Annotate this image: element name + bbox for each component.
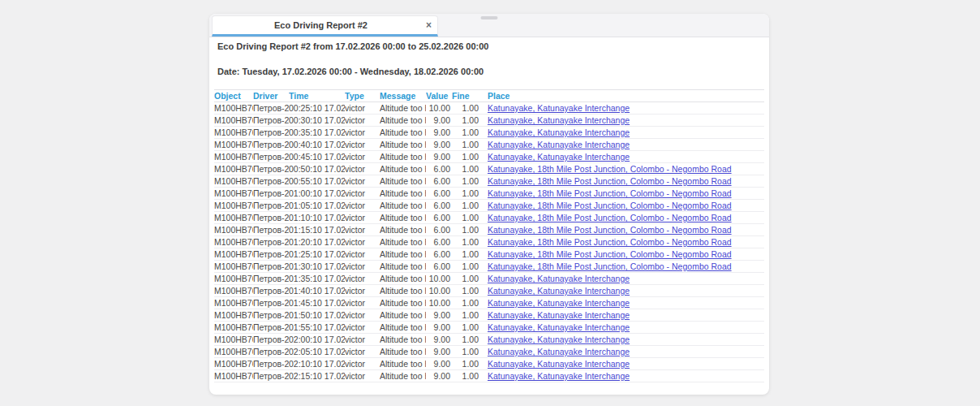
report-window: Eco Driving Report #2 × Eco Driving Repo…	[209, 14, 769, 395]
type-cell: victor	[345, 200, 380, 212]
table-row: M100HB761 Петров-2 01:55:10 17.02.2026 v…	[214, 322, 764, 334]
time-cell: 00:55:10 17.02.2026	[289, 175, 345, 188]
place-link[interactable]: Katunayake, Katunayake Interchange	[488, 286, 630, 296]
place-cell: Katunayake, 18th Mile Post Junction, Col…	[479, 200, 764, 212]
value-cell: 6.00	[426, 261, 452, 273]
driver-cell: Петров-2	[253, 273, 289, 285]
place-link[interactable]: Katunayake, Katunayake Interchange	[488, 103, 630, 113]
place-link[interactable]: Katunayake, Katunayake Interchange	[488, 274, 630, 283]
message-cell: Altitude too high	[380, 151, 426, 163]
fine-cell: 1.00	[452, 261, 479, 273]
place-link[interactable]: Katunayake, Katunayake Interchange	[488, 140, 630, 149]
fine-cell: 1.00	[452, 139, 479, 151]
col-header-place: Place	[479, 90, 764, 102]
time-cell: 00:50:10 17.02.2026	[289, 163, 345, 175]
fine-cell: 1.00	[452, 114, 479, 127]
close-icon[interactable]: ×	[426, 20, 432, 30]
fine-cell: 1.00	[452, 102, 479, 114]
message-cell: Altitude too high	[380, 261, 426, 273]
message-cell: Altitude too high	[380, 346, 426, 358]
value-cell: 9.00	[426, 139, 452, 151]
driver-cell: Петров-2	[253, 163, 289, 175]
place-link[interactable]: Katunayake, Katunayake Interchange	[488, 152, 630, 162]
col-header-driver: Driver	[253, 90, 289, 102]
driver-cell: Петров-2	[253, 309, 289, 322]
time-cell: 01:55:10 17.02.2026	[289, 322, 345, 334]
object-cell: M100HB761	[214, 297, 253, 309]
fine-cell: 1.00	[452, 248, 479, 261]
report-title: Eco Driving Report #2 from 17.02.2026 00…	[217, 41, 761, 51]
message-cell: Altitude too high	[380, 273, 426, 285]
tab-label: Eco Driving Report #2	[274, 20, 376, 30]
type-cell: victor	[345, 322, 380, 334]
place-link[interactable]: Katunayake, Katunayake Interchange	[488, 322, 630, 332]
place-link[interactable]: Katunayake, 18th Mile Post Junction, Col…	[488, 249, 732, 259]
place-link[interactable]: Katunayake, 18th Mile Post Junction, Col…	[488, 164, 732, 174]
fine-cell: 1.00	[452, 273, 479, 285]
driver-cell: Петров-2	[253, 285, 289, 297]
object-cell: M100HB761	[214, 151, 253, 163]
value-cell: 6.00	[426, 212, 452, 224]
time-cell: 00:25:10 17.02.2026	[289, 102, 345, 114]
fine-cell: 1.00	[452, 309, 479, 322]
fine-cell: 1.00	[452, 322, 479, 334]
type-cell: victor	[345, 151, 380, 163]
time-cell: 01:15:10 17.02.2026	[289, 224, 345, 236]
place-link[interactable]: Katunayake, Katunayake Interchange	[488, 335, 630, 344]
place-link[interactable]: Katunayake, 18th Mile Post Junction, Col…	[488, 201, 732, 210]
message-cell: Altitude too high	[380, 322, 426, 334]
time-cell: 01:25:10 17.02.2026	[289, 248, 345, 261]
place-link[interactable]: Katunayake, 18th Mile Post Junction, Col…	[488, 213, 732, 222]
time-cell: 01:35:10 17.02.2026	[289, 273, 345, 285]
table-row: M100HB761 Петров-2 02:05:10 17.02.2026 v…	[214, 346, 764, 358]
place-cell: Katunayake, Katunayake Interchange	[479, 358, 764, 370]
driver-cell: Петров-2	[253, 261, 289, 273]
place-link[interactable]: Katunayake, Katunayake Interchange	[488, 298, 630, 308]
place-link[interactable]: Katunayake, Katunayake Interchange	[488, 359, 630, 369]
place-link[interactable]: Katunayake, Katunayake Interchange	[488, 127, 630, 137]
place-link[interactable]: Katunayake, 18th Mile Post Junction, Col…	[488, 176, 732, 186]
value-cell: 9.00	[426, 370, 452, 382]
driver-cell: Петров-2	[253, 139, 289, 151]
place-cell: Katunayake, 18th Mile Post Junction, Col…	[479, 188, 764, 200]
driver-cell: Петров-2	[253, 212, 289, 224]
place-cell: Katunayake, 18th Mile Post Junction, Col…	[479, 236, 764, 248]
fine-cell: 1.00	[452, 334, 479, 346]
type-cell: victor	[345, 273, 380, 285]
object-cell: M100HB761	[214, 273, 253, 285]
message-cell: Altitude too high	[380, 224, 426, 236]
place-link[interactable]: Katunayake, Katunayake Interchange	[488, 115, 630, 125]
table-row: M100HB761 Петров-2 00:25:10 17.02.2026 v…	[214, 102, 764, 114]
message-cell: Altitude too high	[380, 309, 426, 322]
message-cell: Altitude too high	[380, 188, 426, 200]
place-link[interactable]: Katunayake, Katunayake Interchange	[488, 371, 630, 381]
type-cell: victor	[345, 212, 380, 224]
place-cell: Katunayake, 18th Mile Post Junction, Col…	[479, 175, 764, 188]
object-cell: M100HB761	[214, 346, 253, 358]
place-link[interactable]: Katunayake, 18th Mile Post Junction, Col…	[488, 225, 732, 235]
table-row: M100HB761 Петров-2 00:40:10 17.02.2026 v…	[214, 139, 764, 151]
driver-cell: Петров-2	[253, 346, 289, 358]
place-link[interactable]: Katunayake, 18th Mile Post Junction, Col…	[488, 237, 732, 247]
tab-eco-driving-report[interactable]: Eco Driving Report #2 ×	[212, 15, 438, 37]
table-row: M100HB761 Петров-2 01:35:10 17.02.2026 v…	[214, 273, 764, 285]
time-cell: 00:40:10 17.02.2026	[289, 139, 345, 151]
place-link[interactable]: Katunayake, Katunayake Interchange	[488, 347, 630, 356]
type-cell: victor	[345, 248, 380, 261]
place-link[interactable]: Katunayake, Katunayake Interchange	[488, 310, 630, 320]
value-cell: 10.00	[426, 273, 452, 285]
object-cell: M100HB761	[214, 224, 253, 236]
table-row: M100HB761 Петров-2 01:20:10 17.02.2026 v…	[214, 236, 764, 248]
message-cell: Altitude too high	[380, 175, 426, 188]
drag-handle[interactable]	[481, 16, 498, 19]
col-header-type: Type	[345, 90, 380, 102]
object-cell: M100HB761	[214, 236, 253, 248]
place-link[interactable]: Katunayake, 18th Mile Post Junction, Col…	[488, 261, 732, 271]
message-cell: Altitude too high	[380, 248, 426, 261]
type-cell: victor	[345, 285, 380, 297]
value-cell: 10.00	[426, 297, 452, 309]
desktop: { "tab": { "label": "Eco Driving Report …	[0, 0, 980, 406]
place-link[interactable]: Katunayake, 18th Mile Post Junction, Col…	[488, 188, 732, 198]
object-cell: M100HB761	[214, 322, 253, 334]
driver-cell: Петров-2	[253, 151, 289, 163]
